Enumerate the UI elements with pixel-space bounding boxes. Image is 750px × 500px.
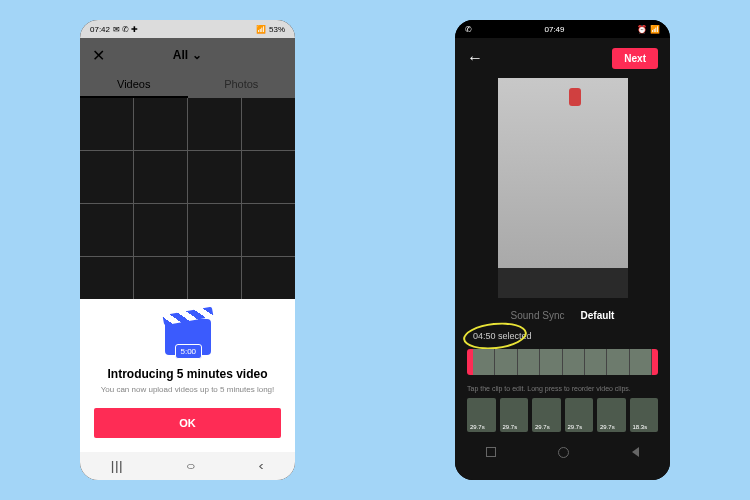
clip-duration: 29.7s [535,424,550,430]
duration-badge: 5:00 [175,344,203,359]
clip-thumb[interactable]: 29.7s [597,398,626,432]
clip-thumb[interactable]: 29.7s [467,398,496,432]
selected-duration: 04:50 selected [467,329,538,343]
clip-thumbnails: 29.7s 29.7s 29.7s 29.7s 29.7s 18.3s [467,398,658,432]
clip-thumb[interactable]: 29.7s [565,398,594,432]
clip-duration: 18.3s [633,424,648,430]
mode-selector: Sound Sync Default [455,310,670,321]
status-signal: 📶 [256,25,266,34]
sheet-subtitle: You can now upload videos up to 5 minute… [101,385,275,394]
status-icons: ✉ ✆ ✚ [113,25,138,34]
gallery-content: ✕ All ⌄ Videos Photos 5:00 Introducing 5… [80,38,295,480]
mode-sound-sync[interactable]: Sound Sync [511,310,565,321]
sheet-title: Introducing 5 minutes video [107,367,267,381]
status-time: 07:49 [544,25,564,34]
preview-road [498,78,628,298]
status-battery: 53% [269,25,285,34]
phone-editor: ✆ 07:49 ⏰📶 ← Next Sound Sync Default 04:… [455,20,670,480]
editor-top-bar: ← Next [455,38,670,78]
nav-recent-icon[interactable]: ||| [111,459,123,473]
alarm-icon: ⏰ [637,25,647,34]
nav-back-icon[interactable] [632,447,639,457]
back-arrow-icon[interactable]: ← [467,49,483,67]
clip-duration: 29.7s [600,424,615,430]
trim-timeline[interactable] [467,349,658,375]
annotation-circle [462,320,528,353]
video-preview[interactable] [498,78,628,298]
nav-home-icon[interactable]: ○ [185,459,194,473]
clip-thumb[interactable]: 29.7s [500,398,529,432]
signal-icon: 📶 [650,25,660,34]
clip-duration: 29.7s [470,424,485,430]
status-time: 07:42 [90,25,110,34]
nav-recent-icon[interactable] [486,447,496,457]
system-nav [455,440,670,464]
preview-handlebar [498,268,628,298]
clip-thumb[interactable]: 18.3s [630,398,659,432]
editor-hint: Tap the clip to edit. Long press to reor… [467,385,658,392]
phone-gallery: 07:42 ✉ ✆ ✚ 📶 53% ✕ All ⌄ Videos Photos [80,20,295,480]
whatsapp-icon: ✆ [465,25,472,34]
system-nav: ||| ○ ‹ [80,452,295,480]
clapperboard-icon: 5:00 [165,319,211,355]
preview-cyclist [569,88,581,106]
ok-button[interactable]: OK [94,408,281,438]
clip-thumb[interactable]: 29.7s [532,398,561,432]
status-bar: ✆ 07:49 ⏰📶 [455,20,670,38]
next-button[interactable]: Next [612,48,658,69]
editor-content: ← Next Sound Sync Default 04:50 selected… [455,38,670,480]
clip-duration: 29.7s [568,424,583,430]
nav-back-icon[interactable]: ‹ [258,459,263,473]
nav-home-icon[interactable] [558,447,569,458]
status-bar: 07:42 ✉ ✆ ✚ 📶 53% [80,20,295,38]
clip-duration: 29.7s [503,424,518,430]
mode-default[interactable]: Default [581,310,615,321]
intro-sheet: 5:00 Introducing 5 minutes video You can… [80,299,295,452]
